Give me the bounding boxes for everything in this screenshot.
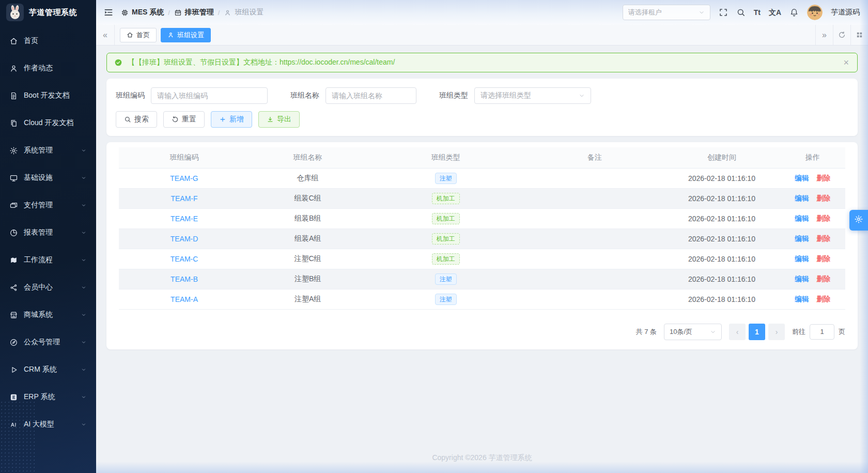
logo-row[interactable]: 芋道管理系统 — [0, 0, 96, 25]
font-size-icon[interactable]: Tt — [754, 8, 761, 17]
delete-button[interactable]: 删除 — [816, 174, 830, 182]
sidebar-item-infra[interactable]: 基础设施 — [5, 167, 91, 189]
page-size-select[interactable]: 10条/页 — [664, 324, 722, 340]
remark-cell — [525, 289, 663, 309]
search-icon[interactable] — [736, 8, 746, 17]
team-code-link[interactable]: TEAM-G — [170, 174, 198, 182]
goto-page-input[interactable] — [810, 324, 834, 340]
home-icon — [9, 37, 18, 45]
sidebar-item-label: Boot 开发文档 — [24, 91, 70, 100]
locale-icon[interactable]: 文A — [769, 8, 781, 17]
username[interactable]: 芋道源码 — [831, 8, 860, 17]
sidebar-menu: 首页作者动态Boot 开发文档Cloud 开发文档系统管理基础设施支付管理报表管… — [0, 25, 96, 473]
team-name-input[interactable] — [326, 87, 416, 104]
reset-button[interactable]: 重置 — [163, 111, 205, 128]
edit-button[interactable]: 编辑 — [795, 275, 809, 283]
breadcrumb-label: MES 系统 — [132, 8, 164, 17]
close-icon[interactable]: × — [842, 58, 850, 67]
menu-fold-icon[interactable] — [103, 7, 114, 18]
sidebar-item-home[interactable]: 首页 — [5, 30, 91, 52]
edit-button[interactable]: 编辑 — [795, 235, 809, 242]
edit-button[interactable]: 编辑 — [795, 295, 809, 303]
person-icon — [167, 32, 174, 38]
remark-cell — [525, 269, 663, 289]
team-code-link[interactable]: TEAM-E — [171, 215, 198, 223]
app-logo — [6, 4, 24, 21]
edit-button[interactable]: 编辑 — [795, 255, 809, 263]
doc-link[interactable]: https://doc.iocoder.cn/mes/cal/team/ — [280, 58, 395, 66]
layout-grid-icon[interactable] — [850, 25, 868, 45]
sidebar-item-label: 系统管理 — [24, 146, 53, 155]
sidebar-item-member[interactable]: 会员中心 — [5, 277, 91, 298]
delete-button[interactable]: 删除 — [816, 275, 830, 283]
team-type-select[interactable]: 请选择班组类型 — [474, 87, 591, 104]
main-area: MES 系统 / 排班管理 / 班组设置 请选择租户 — [96, 0, 868, 473]
search-button[interactable]: 搜索 — [116, 111, 157, 128]
notification-bell-icon[interactable] — [789, 8, 799, 17]
team-code-link[interactable]: TEAM-F — [171, 194, 197, 203]
sidebar-item-mp[interactable]: 公众号管理 — [5, 331, 91, 353]
topbar: MES 系统 / 排班管理 / 班组设置 请选择租户 — [96, 0, 868, 25]
add-button[interactable]: 新增 — [211, 111, 252, 128]
sidebar-item-pay[interactable]: 支付管理 — [5, 194, 91, 216]
next-page-button[interactable]: › — [768, 324, 785, 340]
table-card: 班组编码班组名称班组类型备注创建时间操作 TEAM-G仓库组注塑2026-02-… — [106, 142, 858, 349]
sidebar-item-report[interactable]: 报表管理 — [5, 222, 91, 243]
tabs-scroll-right[interactable]: » — [815, 25, 833, 45]
doc-icon — [9, 91, 18, 100]
prev-page-button[interactable]: ‹ — [729, 324, 746, 340]
sidebar-item-label: Cloud 开发文档 — [24, 118, 73, 128]
sidebar-item-crm[interactable]: CRM 系统 — [5, 359, 91, 380]
table-row: TEAM-C注塑C组机加工2026-02-18 01:16:10编辑删除 — [119, 249, 845, 269]
export-button[interactable]: 导出 — [258, 111, 300, 128]
theme-settings-button[interactable] — [849, 210, 868, 231]
delete-button[interactable]: 删除 — [816, 235, 830, 242]
sidebar-item-author[interactable]: 作者动态 — [5, 57, 91, 79]
edit-button[interactable]: 编辑 — [795, 174, 809, 182]
delete-button[interactable]: 删除 — [816, 215, 830, 222]
remark-cell — [525, 208, 663, 228]
team-code-link[interactable]: TEAM-B — [171, 275, 198, 283]
created-time-cell: 2026-02-18 01:16:10 — [663, 249, 780, 269]
refresh-icon[interactable] — [833, 25, 850, 45]
sidebar-item-label: 商城系统 — [24, 310, 53, 319]
person-icon — [224, 9, 231, 17]
team-code-link[interactable]: TEAM-C — [171, 255, 198, 263]
sidebar-item-system[interactable]: 系统管理 — [5, 140, 91, 161]
sidebar-item-boot-doc[interactable]: Boot 开发文档 — [5, 85, 91, 106]
page-content: 【【排班】班组设置、节假日设置】文档地址：https://doc.iocoder… — [96, 45, 868, 473]
team-code-link[interactable]: TEAM-D — [171, 235, 198, 243]
sidebar-item-mall[interactable]: 商城系统 — [5, 304, 91, 326]
breadcrumb-schedule[interactable]: 排班管理 — [174, 8, 214, 17]
delete-button[interactable]: 删除 — [816, 255, 830, 263]
team-code-input[interactable] — [151, 87, 268, 104]
button-label: 搜索 — [134, 115, 149, 124]
page-number-button[interactable]: 1 — [749, 324, 765, 340]
tabs-scroll-left[interactable]: « — [96, 25, 115, 45]
team-type-tag: 注塑 — [435, 294, 457, 305]
team-code-link[interactable]: TEAM-A — [171, 295, 198, 303]
tab-home[interactable]: 首页 — [120, 28, 157, 42]
user-avatar[interactable] — [807, 5, 823, 20]
sidebar-item-ai[interactable]: AI 大模型 — [5, 414, 91, 435]
fullscreen-icon[interactable] — [719, 8, 728, 17]
edit-button[interactable]: 编辑 — [795, 215, 809, 222]
delete-button[interactable]: 删除 — [816, 194, 830, 202]
tab-team-settings[interactable]: 班组设置 — [161, 28, 211, 42]
edit-button[interactable]: 编辑 — [795, 194, 809, 202]
breadcrumb-mes[interactable]: MES 系统 — [121, 8, 164, 17]
tenant-select[interactable]: 请选择租户 — [623, 5, 710, 20]
chevron-down-icon — [81, 339, 87, 345]
team-type-tag: 机加工 — [432, 193, 460, 204]
monitor-icon — [9, 174, 18, 182]
team-type-tag: 注塑 — [435, 173, 457, 184]
sidebar-item-cloud-doc[interactable]: Cloud 开发文档 — [5, 112, 91, 134]
delete-button[interactable]: 删除 — [816, 295, 830, 303]
sidebar-item-erp[interactable]: ERP 系统 — [5, 386, 91, 408]
erp-icon — [9, 393, 18, 402]
sidebar-item-workflow[interactable]: 工作流程 — [5, 249, 91, 271]
chevron-down-icon — [81, 257, 87, 263]
page-unit-label: 页 — [839, 327, 845, 337]
team-name-cell: 注塑C组 — [250, 249, 366, 269]
team-name-cell: 组装C组 — [250, 188, 366, 208]
